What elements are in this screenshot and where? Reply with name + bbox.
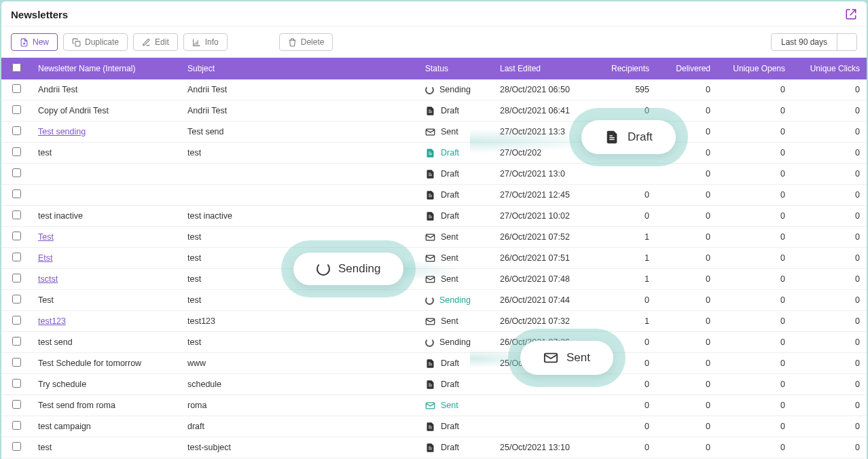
row-checkbox[interactable] bbox=[12, 379, 21, 388]
export-icon[interactable] bbox=[845, 8, 857, 20]
newsletter-name: test inactive bbox=[38, 211, 83, 221]
cell-recipients: 0 bbox=[595, 290, 656, 311]
table-row[interactable]: TesttestSending26/Oct/2021 07:440000 bbox=[1, 290, 867, 311]
table-row[interactable]: Draft27/Oct/2021 13:0000 bbox=[1, 164, 867, 185]
svg-rect-2 bbox=[429, 112, 432, 113]
cell-clicks: 0 bbox=[792, 374, 867, 395]
table-row[interactable]: test campaigndraftDraft0000 bbox=[1, 416, 867, 437]
status-label: Draft bbox=[441, 380, 459, 389]
newsletter-link[interactable]: Test bbox=[38, 232, 54, 242]
newsletter-link[interactable]: Test sending bbox=[38, 127, 86, 136]
row-checkbox[interactable] bbox=[12, 105, 21, 114]
status-label: Draft bbox=[441, 443, 459, 452]
col-subject[interactable]: Subject bbox=[181, 58, 418, 79]
row-checkbox[interactable] bbox=[12, 421, 21, 430]
col-recipients[interactable]: Recipients bbox=[595, 58, 656, 79]
table-row[interactable]: Test sendingTest sendSent27/Oct/2021 13:… bbox=[1, 122, 867, 143]
row-checkbox[interactable] bbox=[12, 126, 21, 135]
col-status[interactable]: Status bbox=[418, 58, 493, 79]
duplicate-button[interactable]: Duplicate bbox=[63, 33, 128, 51]
row-checkbox[interactable] bbox=[12, 400, 21, 409]
cell-subject: test bbox=[181, 227, 418, 248]
col-clicks[interactable]: Unique Clicks bbox=[792, 58, 867, 79]
table-row[interactable]: Copy of Andrii TestAndrii TestDraft28/Oc… bbox=[1, 100, 867, 122]
cell-opens: 0 bbox=[717, 332, 792, 353]
cell-subject: test123 bbox=[181, 311, 418, 332]
cell-recipients bbox=[595, 164, 656, 185]
row-checkbox[interactable] bbox=[12, 168, 21, 177]
svg-rect-24 bbox=[429, 384, 432, 385]
cell-delivered: 0 bbox=[656, 248, 717, 269]
col-name[interactable]: Newsletter Name (Internal) bbox=[31, 58, 181, 79]
cell-edited: 25/Oct/2021 13:10 bbox=[493, 437, 595, 458]
cell-status: Sent bbox=[418, 395, 493, 416]
cell-name: test bbox=[31, 143, 181, 164]
cell-delivered: 0 bbox=[656, 227, 717, 248]
select-all-header[interactable] bbox=[1, 58, 31, 79]
newsletter-link[interactable]: test123 bbox=[38, 316, 66, 326]
table-row[interactable]: Try schedulescheduleDraft0000 bbox=[1, 374, 867, 395]
table-row[interactable]: TesttestSent26/Oct/2021 07:521000 bbox=[1, 227, 867, 248]
row-checkbox[interactable] bbox=[12, 358, 21, 367]
cell-subject: Andrii Test bbox=[181, 79, 418, 100]
new-button[interactable]: New bbox=[11, 33, 58, 51]
table-row[interactable]: test123test123Sent26/Oct/2021 07:321000 bbox=[1, 311, 867, 332]
cell-name: Test bbox=[31, 290, 181, 311]
select-all-checkbox[interactable] bbox=[12, 63, 21, 72]
table-row[interactable]: Andrii TestAndrii TestSending28/Oct/2021… bbox=[1, 79, 867, 100]
cell-status: Sent bbox=[418, 311, 493, 332]
svg-rect-8 bbox=[429, 174, 432, 175]
cell-opens: 0 bbox=[717, 374, 792, 395]
row-checkbox[interactable] bbox=[12, 253, 21, 261]
spinner-icon bbox=[425, 86, 434, 94]
row-checkbox[interactable] bbox=[12, 442, 21, 451]
row-checkbox[interactable] bbox=[12, 316, 21, 325]
svg-rect-7 bbox=[429, 151, 431, 152]
row-checkbox[interactable] bbox=[12, 189, 21, 198]
cell-recipients: 1 bbox=[595, 311, 656, 332]
date-range-filter[interactable]: Last 90 days bbox=[771, 33, 857, 51]
cell-status: Sent bbox=[418, 269, 493, 290]
row-checkbox[interactable] bbox=[12, 210, 21, 219]
row-checkbox[interactable] bbox=[12, 84, 21, 93]
table-row[interactable]: testtestDraft27/Oct/202000 bbox=[1, 143, 867, 164]
edit-button[interactable]: Edit bbox=[133, 33, 178, 51]
row-checkbox[interactable] bbox=[12, 295, 21, 304]
newsletter-name: Test Schedule for tomorrow bbox=[38, 359, 141, 368]
svg-rect-14 bbox=[429, 216, 432, 217]
row-checkbox[interactable] bbox=[12, 232, 21, 240]
cell-opens: 0 bbox=[717, 79, 792, 100]
table-row[interactable]: test inactivetest inactiveDraft27/Oct/20… bbox=[1, 206, 867, 227]
newsletter-link[interactable]: Etst bbox=[38, 253, 53, 263]
table-row[interactable]: tsctsttestSent26/Oct/2021 07:481000 bbox=[1, 269, 867, 290]
table-row[interactable]: EtsttestSent26/Oct/2021 07:511000 bbox=[1, 248, 867, 269]
svg-rect-21 bbox=[429, 363, 432, 364]
document-icon bbox=[425, 148, 435, 158]
newsletter-link[interactable]: tsctst bbox=[38, 274, 58, 284]
cell-name: Test Schedule for tomorrow bbox=[31, 353, 181, 374]
cell-name: test inactive bbox=[31, 206, 181, 227]
table-row[interactable]: Test Schedule for tomorrowwwwDraft25/Oct… bbox=[1, 353, 867, 374]
svg-rect-13 bbox=[429, 194, 431, 194]
cell-name: Test sending bbox=[31, 122, 181, 143]
svg-rect-22 bbox=[429, 365, 432, 365]
svg-rect-12 bbox=[429, 196, 432, 197]
table-row[interactable]: test sendtestSending26/Oct/2021 07:26000… bbox=[1, 332, 867, 353]
delete-button[interactable]: Delete bbox=[279, 33, 333, 51]
cell-delivered: 0 bbox=[656, 332, 717, 353]
info-button[interactable]: Info bbox=[183, 33, 228, 51]
cell-subject: test bbox=[181, 143, 418, 164]
table-row[interactable]: testtest-subjectDraft25/Oct/2021 13:1000… bbox=[1, 437, 867, 458]
table-row[interactable]: Test send from romaromaSent0000 bbox=[1, 395, 867, 416]
cell-name: test campaign bbox=[31, 416, 181, 437]
row-checkbox[interactable] bbox=[12, 337, 21, 346]
col-opens[interactable]: Unique Opens bbox=[717, 58, 792, 79]
col-last-edited[interactable]: Last Edited bbox=[493, 58, 595, 79]
table-row[interactable]: Draft27/Oct/2021 12:450000 bbox=[1, 185, 867, 206]
col-delivered[interactable]: Delivered bbox=[656, 58, 717, 79]
newsletter-name: Andrii Test bbox=[38, 85, 77, 94]
delete-button-label: Delete bbox=[301, 37, 325, 47]
row-checkbox[interactable] bbox=[12, 274, 21, 282]
row-checkbox[interactable] bbox=[12, 147, 21, 156]
newsletter-name: test send bbox=[38, 337, 73, 347]
